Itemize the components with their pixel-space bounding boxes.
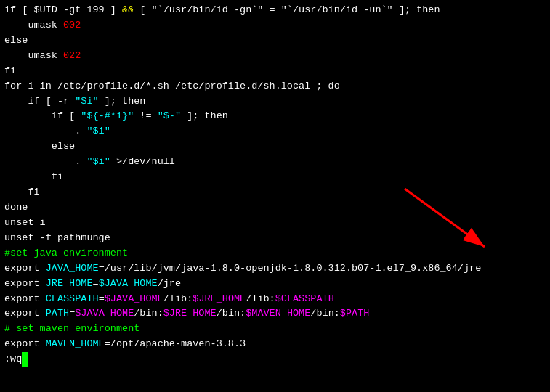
terminal: if [ $UID -gt 199 ] && [ "`/usr/bin/id -… — [0, 0, 550, 392]
terminal-line: . "$i" >/dev/null — [4, 155, 546, 170]
terminal-line: else — [4, 139, 546, 155]
terminal-line: export JAVA_HOME=/usr/lib/jvm/java-1.8.0… — [4, 261, 546, 277]
terminal-line: done — [4, 200, 546, 216]
terminal-line: if [ $UID -gt 199 ] && [ "`/usr/bin/id -… — [4, 3, 546, 18]
terminal-line: for i in /etc/profile.d/*.sh /etc/profil… — [4, 79, 546, 94]
terminal-line: # set maven environment — [4, 322, 546, 337]
terminal-line: fi — [4, 170, 546, 185]
terminal-line: export MAVEN_HOME=/opt/apache-maven-3.8.… — [4, 337, 546, 352]
terminal-line: umask 022 — [4, 49, 546, 64]
terminal-line: :wq — [4, 352, 546, 367]
terminal-line: fi — [4, 185, 546, 200]
terminal-line: else — [4, 33, 546, 49]
terminal-line: unset -f pathmunge — [4, 231, 546, 246]
terminal-line: . "$i" — [4, 124, 546, 139]
terminal-line: if [ -r "$i" ]; then — [4, 94, 546, 110]
terminal-line: umask 002 — [4, 18, 546, 33]
terminal-line: fi — [4, 64, 546, 79]
terminal-line: export JRE_HOME=$JAVA_HOME/jre — [4, 277, 546, 292]
terminal-line: unset i — [4, 216, 546, 231]
terminal-line: if [ "${-#*i}" != "$-" ]; then — [4, 109, 546, 124]
terminal-line: export CLASSPATH=$JAVA_HOME/lib:$JRE_HOM… — [4, 292, 546, 307]
terminal-line: #set java environment — [4, 246, 546, 261]
terminal-line: export PATH=$JAVA_HOME/bin:$JRE_HOME/bin… — [4, 306, 546, 322]
